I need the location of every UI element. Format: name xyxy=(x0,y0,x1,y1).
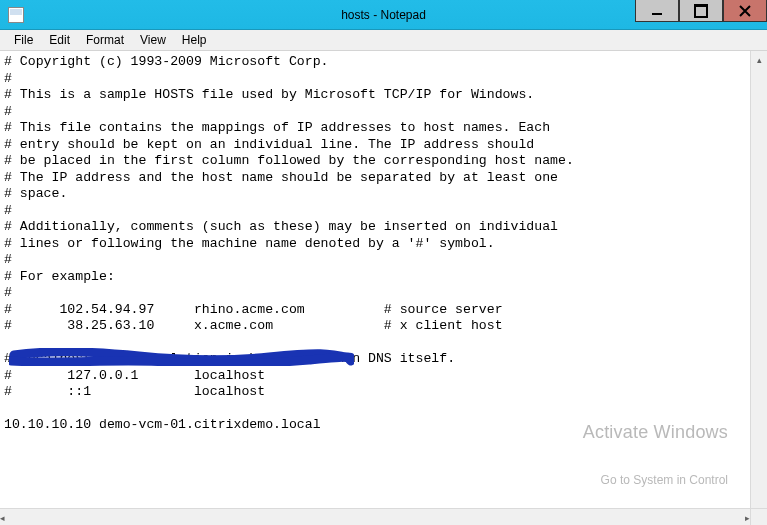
text-line: # Copyright (c) 1993-2009 Microsoft Corp… xyxy=(4,54,746,71)
horizontal-scroll-track[interactable] xyxy=(5,509,745,525)
text-line: 10.10.10.10 demo-vcm-01.citrixdemo.local xyxy=(4,417,746,434)
menu-format[interactable]: Format xyxy=(78,31,132,49)
text-line: # localhost name resolution is handled w… xyxy=(4,351,746,368)
vertical-scrollbar[interactable]: ▴ ▾ xyxy=(750,51,767,525)
watermark-line2: Go to System in Control xyxy=(583,472,728,489)
window-controls xyxy=(635,0,767,22)
menu-file[interactable]: File xyxy=(6,31,41,49)
text-line: # Additionally, comments (such as these)… xyxy=(4,219,746,236)
text-line: # This file contains the mappings of IP … xyxy=(4,120,746,137)
text-line: # entry should be kept on an individual … xyxy=(4,137,746,154)
scroll-up-button[interactable]: ▴ xyxy=(751,51,767,68)
text-editor[interactable]: # Copyright (c) 1993-2009 Microsoft Corp… xyxy=(0,51,750,525)
horizontal-scrollbar[interactable]: ◂ ▸ xyxy=(0,508,750,525)
text-line: # xyxy=(4,252,746,269)
text-line: # space. xyxy=(4,186,746,203)
menu-help[interactable]: Help xyxy=(174,31,215,49)
vertical-scroll-track[interactable] xyxy=(751,68,767,508)
text-line: # 102.54.94.97 rhino.acme.com # source s… xyxy=(4,302,746,319)
text-line: # For example: xyxy=(4,269,746,286)
maximize-button[interactable] xyxy=(679,0,723,22)
menu-bar: File Edit Format View Help xyxy=(0,30,767,51)
minimize-button[interactable] xyxy=(635,0,679,22)
close-button[interactable] xyxy=(723,0,767,22)
text-line: # 127.0.0.1 localhost xyxy=(4,368,746,385)
text-line xyxy=(4,335,746,352)
content-area: # Copyright (c) 1993-2009 Microsoft Corp… xyxy=(0,51,767,525)
text-line: # xyxy=(4,71,746,88)
scrollbar-corner xyxy=(750,508,767,525)
text-line: # xyxy=(4,285,746,302)
text-line xyxy=(4,401,746,418)
text-line: # xyxy=(4,203,746,220)
notepad-icon xyxy=(8,7,24,23)
text-line: # 38.25.63.10 x.acme.com # x client host xyxy=(4,318,746,335)
text-line: # xyxy=(4,104,746,121)
close-icon xyxy=(739,5,751,17)
text-line: # be placed in the first column followed… xyxy=(4,153,746,170)
text-line: # ::1 localhost xyxy=(4,384,746,401)
text-line: # lines or following the machine name de… xyxy=(4,236,746,253)
text-line: # The IP address and the host name shoul… xyxy=(4,170,746,187)
text-line: # This is a sample HOSTS file used by Mi… xyxy=(4,87,746,104)
window-title: hosts - Notepad xyxy=(341,8,426,22)
menu-edit[interactable]: Edit xyxy=(41,31,78,49)
title-bar: hosts - Notepad xyxy=(0,0,767,30)
menu-view[interactable]: View xyxy=(132,31,174,49)
